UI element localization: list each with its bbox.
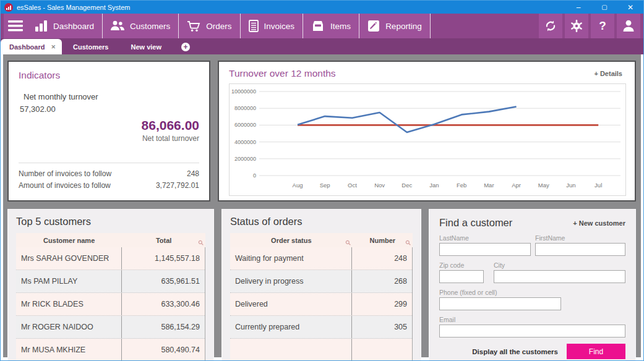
toolbar-item-label: Customers: [130, 22, 170, 31]
table-row[interactable]: Waiting for payment248: [230, 247, 412, 270]
find-button[interactable]: Find: [567, 344, 625, 359]
top-customers-panel: Top 5 customers Customer nameTotalMrs SA…: [7, 209, 214, 361]
tab-customers[interactable]: Customers: [62, 40, 119, 54]
find-customer-title: Find a customer: [439, 217, 512, 229]
cell-order-status: Currently prepared: [230, 323, 351, 331]
toolbar-item-customers[interactable]: Customers: [103, 14, 179, 38]
tab-dashboard[interactable]: Dashboard✕: [1, 39, 62, 54]
help-button[interactable]: ?: [591, 14, 614, 38]
table-row[interactable]: Mr MUSA MKHIZE580,490.74: [16, 339, 205, 361]
sync-icon: [544, 19, 557, 33]
toolbar-item-label: Orders: [206, 22, 231, 31]
svg-text:4000000: 4000000: [234, 139, 256, 145]
table-body: Mrs SARAH GOVENDER1,145,557.18Ms PAM PIL…: [16, 247, 205, 361]
firstname-field: FirstName: [535, 234, 625, 256]
report-icon: [367, 20, 380, 32]
cell-number: 268: [352, 277, 412, 286]
svg-text:May: May: [538, 182, 549, 189]
column-header-order-status[interactable]: Order status: [230, 237, 353, 244]
find-customer-panel: Find a customer + New customer LastNameF…: [429, 209, 636, 361]
indicator-value: 248: [187, 168, 199, 180]
cell-total: 1,145,557.18: [122, 254, 205, 263]
table-row[interactable]: Ms PAM PILLAY635,961.51: [16, 270, 205, 293]
settings-button[interactable]: [565, 14, 588, 38]
invoice-icon: [249, 20, 259, 32]
order-status-table: Order statusNumberWaiting for payment248…: [230, 233, 413, 361]
tab-new-view[interactable]: New view: [119, 40, 173, 54]
search-icon: [345, 239, 351, 247]
new-customer-link[interactable]: + New customer: [573, 219, 625, 227]
toolbar-item-label: Invoices: [264, 22, 295, 31]
cell-number: 305: [352, 323, 412, 331]
table-row[interactable]: [230, 339, 412, 361]
email-input[interactable]: [439, 325, 625, 338]
toolbar-item-orders[interactable]: Orders: [179, 14, 240, 38]
svg-text:Jun: Jun: [566, 182, 575, 189]
order-status-title: Status of orders: [230, 216, 413, 227]
top-row: Indicators Net monthly turnover 57,302.0…: [7, 61, 636, 202]
column-header-customer-name[interactable]: Customer name: [16, 237, 122, 244]
cart-icon: [187, 20, 200, 32]
tab-close-icon[interactable]: ✕: [51, 44, 56, 50]
zipcode-input[interactable]: [439, 270, 484, 283]
close-icon: ✕: [627, 3, 633, 12]
svg-text:Dec: Dec: [401, 182, 412, 189]
firstname-input[interactable]: [535, 243, 625, 256]
column-header-number[interactable]: Number: [353, 237, 413, 244]
titlebar: esSales - Sales Management System –▢✕: [1, 1, 643, 14]
toolbar-item-reporting[interactable]: Reporting: [359, 14, 431, 38]
toolbar-item-label: Dashboard: [53, 22, 94, 31]
table-row[interactable]: Mrs SARAH GOVENDER1,145,557.18: [16, 247, 205, 270]
menu-button[interactable]: [4, 14, 27, 38]
indicator-value: 3,727,792.01: [156, 180, 199, 192]
table-body: Waiting for payment248Delivery in progre…: [230, 247, 413, 361]
top-customers-title: Top 5 customers: [16, 216, 205, 227]
column-header-total[interactable]: Total: [122, 237, 205, 244]
svg-text:Nov: Nov: [374, 182, 385, 189]
lastname-input[interactable]: [439, 243, 531, 256]
table-row[interactable]: Delivery in progress268: [230, 270, 412, 293]
phone-input[interactable]: [439, 297, 561, 310]
lastname-label: LastName: [439, 234, 531, 242]
maximize-button[interactable]: ▢: [591, 1, 617, 14]
tab-strip: Dashboard✕CustomersNew view+: [1, 38, 643, 54]
indicator-label: Number of invoices to follow: [19, 168, 111, 180]
table-header: Order statusNumber: [230, 233, 413, 247]
toolbar-item-dashboard[interactable]: Dashboard: [27, 14, 103, 38]
menu-icon: [8, 20, 23, 32]
tab-label: Customers: [73, 43, 108, 51]
close-button[interactable]: ✕: [617, 1, 643, 14]
main-toolbar: DashboardCustomersOrdersInvoicesItemsRep…: [1, 14, 643, 38]
toolbar-item-label: Items: [330, 22, 351, 31]
people-icon: [111, 20, 124, 32]
add-tab-button[interactable]: +: [181, 43, 190, 51]
city-label: City: [494, 261, 625, 269]
svg-text:Oct: Oct: [348, 182, 357, 189]
email-label: Email: [439, 316, 625, 323]
svg-text:Apr: Apr: [512, 182, 521, 189]
box-icon: [311, 20, 325, 32]
line-chart: 1000000080000006000000400000020000000Aug…: [230, 84, 625, 193]
table-header: Customer nameTotal: [16, 233, 205, 247]
app-window: esSales - Sales Management System –▢✕ Da…: [0, 0, 644, 361]
table-row[interactable]: Mr ROGER NAIDOO586,154.29: [16, 316, 205, 339]
toolbar-item-invoices[interactable]: Invoices: [241, 14, 304, 38]
city-input[interactable]: [494, 270, 625, 283]
top-customers-table: Customer nameTotalMrs SARAH GOVENDER1,14…: [16, 233, 205, 361]
refresh-button[interactable]: [539, 14, 562, 38]
minimize-button[interactable]: –: [565, 1, 591, 14]
cell-customer-name: Mrs SARAH GOVENDER: [16, 254, 121, 263]
svg-text:2000000: 2000000: [234, 156, 256, 162]
display-all-customers-link[interactable]: Display all the customers: [472, 348, 558, 355]
details-link[interactable]: + Details: [594, 70, 626, 77]
phone-label: Phone (fixed or cell): [439, 289, 561, 296]
firstname-label: FirstName: [535, 234, 625, 242]
table-row[interactable]: Currently prepared305: [230, 316, 412, 339]
indicator-row: Amount of invoices to follow3,727,792.01: [19, 180, 199, 192]
table-row[interactable]: Delivered299: [230, 293, 412, 316]
toolbar-item-items[interactable]: Items: [303, 14, 359, 38]
app-logo-icon: [4, 3, 13, 12]
svg-text:Aug: Aug: [293, 182, 303, 189]
user-button[interactable]: [617, 14, 640, 38]
table-row[interactable]: Mr RICK BLADES633,300.46: [16, 293, 205, 316]
